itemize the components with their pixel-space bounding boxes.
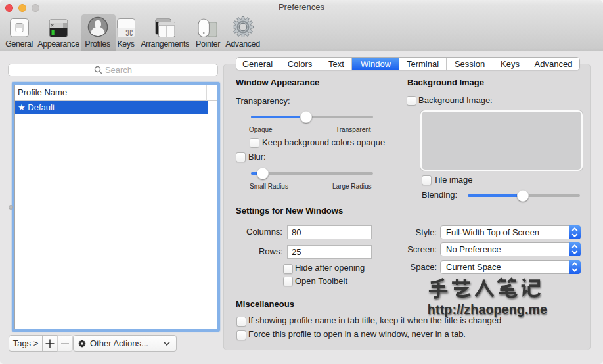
svg-text:⌘: ⌘ <box>125 28 133 38</box>
